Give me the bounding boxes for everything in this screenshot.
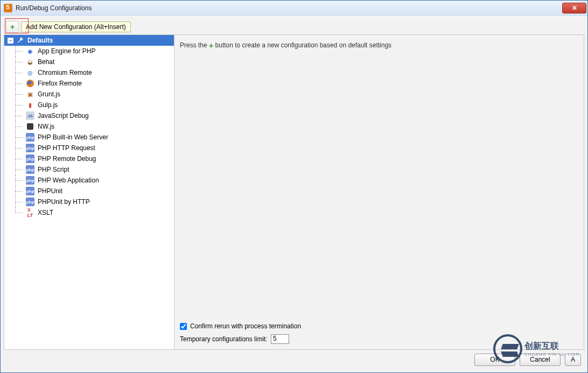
- tree-item-label: XSLT: [38, 209, 53, 216]
- php-icon: php: [26, 133, 34, 142]
- php-icon: php: [26, 187, 34, 195]
- add-configuration-button[interactable]: +: [6, 21, 19, 33]
- appengine-icon: ◉: [26, 47, 34, 55]
- tree-root-label: Defaults: [27, 37, 53, 44]
- tree-item-label: App Engine for PHP: [38, 47, 95, 55]
- tree-item-label: PHP HTTP Request: [38, 144, 95, 152]
- confirm-rerun-label: Confirm rerun with process termination: [190, 322, 301, 330]
- temp-limit-row: Temporary configurations limit:: [174, 332, 584, 349]
- php-icon: php: [26, 144, 34, 152]
- confirm-rerun-row: Confirm rerun with process termination: [174, 320, 584, 332]
- tree-item-label: Gulp.js: [38, 101, 58, 109]
- tree-item[interactable]: ◍Chromium Remote: [4, 67, 174, 78]
- nw-icon: [26, 122, 34, 131]
- tree-item[interactable]: phpPHP Script: [4, 164, 174, 175]
- dialog-buttons: OK Cancel A: [4, 350, 584, 369]
- temp-limit-label: Temporary configurations limit:: [180, 335, 268, 343]
- tree-item-label: PHP Script: [38, 166, 69, 173]
- cancel-button[interactable]: Cancel: [520, 354, 561, 366]
- tree-item[interactable]: phpPHP HTTP Request: [4, 143, 174, 153]
- hint-post: button to create a new configuration bas…: [213, 41, 391, 49]
- hint-text: Press the + button to create a new confi…: [174, 35, 584, 56]
- chromium-icon: ◍: [26, 68, 34, 77]
- php-icon: php: [26, 176, 34, 185]
- tree-item-label: PHP Built-in Web Server: [38, 133, 108, 141]
- tree-item-label: Firefox Remote: [38, 80, 82, 87]
- php-icon: php: [26, 165, 34, 174]
- tree-item-label: PHPUnit by HTTP: [38, 198, 90, 206]
- titlebar: Run/Debug Configurations ✕: [1, 1, 587, 16]
- gulp-icon: ▮: [26, 101, 34, 109]
- tree-item[interactable]: XLTXSLT: [4, 207, 174, 218]
- grunt-icon: ▣: [26, 90, 34, 98]
- tree-item[interactable]: phpPHP Built-in Web Server: [4, 132, 174, 143]
- tree-item[interactable]: ◒Behat: [4, 57, 174, 67]
- tree-item[interactable]: ▮Gulp.js: [4, 100, 174, 110]
- close-icon: ✕: [572, 4, 577, 12]
- plus-icon: +: [10, 23, 15, 31]
- tree-item-label: Behat: [38, 58, 54, 66]
- tree-item-label: Grunt.js: [38, 90, 60, 98]
- tree-item[interactable]: JSJavaScript Debug: [4, 110, 174, 121]
- temp-limit-input[interactable]: [271, 334, 289, 344]
- tree-item-label: PHP Web Application: [38, 177, 99, 184]
- app-icon: [4, 4, 12, 12]
- configuration-tree: − Defaults ◉App Engine for PHP◒Behat◍Chr…: [4, 35, 174, 218]
- wrench-icon: [17, 37, 24, 44]
- tree-item-label: Chromium Remote: [38, 69, 92, 76]
- apply-button[interactable]: A: [565, 354, 581, 366]
- tree-item[interactable]: ▣Grunt.js: [4, 89, 174, 100]
- tree-item-label: PHP Remote Debug: [38, 155, 96, 163]
- toolbar: + Add New Configuration (Alt+Insert): [4, 19, 584, 34]
- window-title: Run/Debug Configurations: [16, 4, 562, 12]
- jsdebug-icon: JS: [26, 111, 34, 120]
- php-icon: php: [26, 198, 34, 206]
- split-pane: − Defaults ◉App Engine for PHP◒Behat◍Chr…: [4, 34, 584, 350]
- ok-button[interactable]: OK: [474, 354, 515, 366]
- hint-pre: Press the: [180, 41, 209, 49]
- tree-item[interactable]: Firefox Remote: [4, 78, 174, 89]
- tree-item[interactable]: ◉App Engine for PHP: [4, 46, 174, 57]
- plus-icon: +: [209, 42, 213, 50]
- php-icon: php: [26, 154, 34, 163]
- tree-root-defaults[interactable]: − Defaults: [4, 35, 174, 46]
- add-tooltip: Add New Configuration (Alt+Insert): [21, 22, 131, 32]
- tree-item[interactable]: phpPHP Remote Debug: [4, 153, 174, 164]
- dialog-window: Run/Debug Configurations ✕ + Add New Con…: [0, 0, 588, 373]
- xslt-icon: XLT: [26, 208, 34, 217]
- tree-item[interactable]: NW.js: [4, 121, 174, 132]
- confirm-rerun-checkbox[interactable]: [180, 323, 187, 330]
- tree-item-label: NW.js: [38, 123, 54, 130]
- collapse-icon[interactable]: −: [8, 38, 13, 44]
- tree-item[interactable]: phpPHP Web Application: [4, 175, 174, 186]
- tree-items: ◉App Engine for PHP◒Behat◍Chromium Remot…: [4, 46, 174, 218]
- spacer: [174, 56, 584, 320]
- tree-item[interactable]: phpPHPUnit by HTTP: [4, 196, 174, 207]
- tree-item[interactable]: phpPHPUnit: [4, 186, 174, 196]
- dialog-body: + Add New Configuration (Alt+Insert) − D…: [1, 16, 587, 372]
- configuration-tree-panel: − Defaults ◉App Engine for PHP◒Behat◍Chr…: [4, 35, 174, 349]
- details-panel: Press the + button to create a new confi…: [174, 35, 584, 349]
- close-button[interactable]: ✕: [562, 3, 586, 13]
- tree-item-label: PHPUnit: [38, 187, 62, 195]
- firefox-icon: [26, 79, 34, 88]
- behat-icon: ◒: [26, 58, 34, 66]
- tree-item-label: JavaScript Debug: [38, 112, 89, 119]
